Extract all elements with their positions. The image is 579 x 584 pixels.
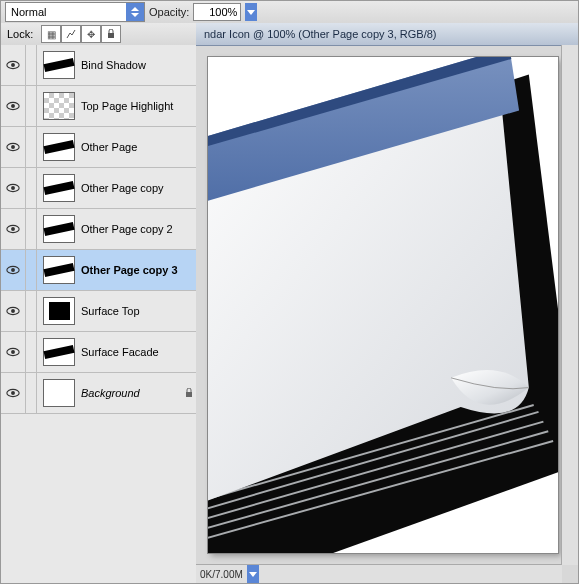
lock-all-icon[interactable] — [101, 25, 121, 43]
visibility-toggle[interactable] — [1, 127, 26, 167]
link-column — [26, 127, 37, 167]
layer-name[interactable]: Background — [81, 387, 182, 399]
layers-panel: Bind ShadowTop Page HighlightOther PageO… — [1, 45, 197, 583]
lock-label: Lock: — [5, 28, 37, 40]
svg-point-8 — [11, 186, 15, 190]
lock-transparency-icon[interactable]: ▦ — [41, 25, 61, 43]
options-bar-1: Normal Opacity: 100% — [1, 1, 578, 24]
link-column — [26, 332, 37, 372]
layer-row[interactable]: Bind Shadow — [1, 45, 196, 86]
lock-indicator-icon — [182, 388, 196, 398]
svg-point-18 — [11, 391, 15, 395]
layer-name[interactable]: Other Page copy — [81, 182, 182, 194]
layer-row[interactable]: Other Page copy — [1, 168, 196, 209]
layer-name[interactable]: Surface Facade — [81, 346, 182, 358]
status-text: 0K/7.00M — [200, 569, 243, 580]
lock-position-icon[interactable]: ✥ — [81, 25, 101, 43]
layer-thumbnail[interactable] — [43, 379, 75, 407]
svg-rect-19 — [186, 392, 192, 397]
layer-row[interactable]: Background — [1, 373, 196, 414]
layer-row[interactable]: Other Page — [1, 127, 196, 168]
blend-mode-value: Normal — [11, 6, 46, 18]
layer-row[interactable]: Surface Facade — [1, 332, 196, 373]
link-column — [26, 373, 37, 413]
layer-thumbnail[interactable] — [43, 338, 75, 366]
layer-thumbnail[interactable] — [43, 174, 75, 202]
visibility-toggle[interactable] — [1, 86, 26, 126]
stepper-icon — [126, 3, 144, 21]
link-column — [26, 250, 37, 290]
layer-name[interactable]: Other Page copy 3 — [81, 264, 182, 276]
layer-thumbnail[interactable] — [43, 92, 75, 120]
layer-row[interactable]: Top Page Highlight — [1, 86, 196, 127]
svg-point-14 — [11, 309, 15, 313]
layer-thumbnail[interactable] — [43, 133, 75, 161]
document-titlebar[interactable]: ndar Icon @ 100% (Other Page copy 3, RGB… — [196, 23, 578, 46]
visibility-toggle[interactable] — [1, 168, 26, 208]
svg-point-10 — [11, 227, 15, 231]
app-root: 思缘设计论坛 WWW.MISSYUAN.COM Normal Opacity: … — [0, 0, 579, 584]
vertical-scrollbar[interactable] — [561, 45, 578, 565]
visibility-toggle[interactable] — [1, 45, 26, 85]
visibility-toggle[interactable] — [1, 291, 26, 331]
layer-row[interactable]: Other Page copy 2 — [1, 209, 196, 250]
document-window: ndar Icon @ 100% (Other Page copy 3, RGB… — [196, 23, 578, 583]
svg-point-6 — [11, 145, 15, 149]
link-column — [26, 168, 37, 208]
lock-pixels-icon[interactable] — [61, 25, 81, 43]
svg-point-2 — [11, 63, 15, 67]
svg-rect-0 — [108, 33, 114, 38]
visibility-toggle[interactable] — [1, 332, 26, 372]
calendar-artwork — [208, 57, 558, 553]
layer-row[interactable]: Surface Top — [1, 291, 196, 332]
layer-name[interactable]: Top Page Highlight — [81, 100, 182, 112]
layer-thumbnail[interactable] — [43, 256, 75, 284]
opacity-label: Opacity: — [149, 6, 189, 18]
layer-name[interactable]: Bind Shadow — [81, 59, 182, 71]
layer-name[interactable]: Other Page copy 2 — [81, 223, 182, 235]
svg-point-4 — [11, 104, 15, 108]
layer-thumbnail[interactable] — [43, 51, 75, 79]
status-flyout-icon[interactable] — [247, 565, 259, 583]
layer-name[interactable]: Other Page — [81, 141, 182, 153]
blend-mode-select[interactable]: Normal — [5, 2, 145, 22]
document-canvas[interactable] — [208, 57, 558, 553]
visibility-toggle[interactable] — [1, 209, 26, 249]
link-column — [26, 45, 37, 85]
layer-row[interactable]: Other Page copy 3 — [1, 250, 196, 291]
layer-thumbnail[interactable] — [43, 297, 75, 325]
svg-point-16 — [11, 350, 15, 354]
link-column — [26, 209, 37, 249]
link-column — [26, 86, 37, 126]
layer-thumbnail[interactable] — [43, 215, 75, 243]
svg-point-12 — [11, 268, 15, 272]
lock-buttons: ▦ ✥ — [41, 25, 121, 43]
opacity-flyout-icon[interactable] — [245, 3, 257, 21]
layer-name[interactable]: Surface Top — [81, 305, 182, 317]
visibility-toggle[interactable] — [1, 250, 26, 290]
link-column — [26, 291, 37, 331]
visibility-toggle[interactable] — [1, 373, 26, 413]
status-bar: 0K/7.00M — [196, 564, 562, 583]
opacity-input[interactable]: 100% — [193, 3, 241, 21]
